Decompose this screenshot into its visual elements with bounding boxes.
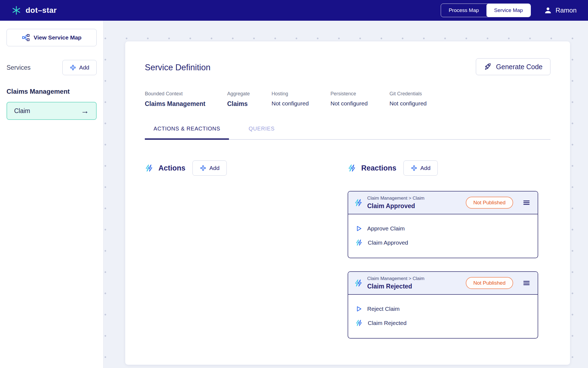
app-body: View Service Map Services Add Claims Man… xyxy=(0,21,588,368)
page-title: Service Definition xyxy=(145,63,210,72)
user-icon xyxy=(544,6,552,14)
actions-title: Actions xyxy=(158,164,185,172)
generate-code-label: Generate Code xyxy=(496,63,543,71)
meta-value: Claims xyxy=(227,100,250,108)
arrow-right-icon: → xyxy=(81,107,89,115)
reaction-event-row[interactable]: Claim Approved xyxy=(355,236,531,250)
add-service-label: Add xyxy=(79,64,89,71)
meta-label: Persistence xyxy=(330,91,368,97)
meta-label: Hosting xyxy=(271,91,309,97)
top-navbar: dot–star Process Map Service Map Ramon xyxy=(0,0,588,21)
reaction-breadcrumb: Claim Management > Claim xyxy=(367,196,461,201)
tab-queries[interactable]: QUERIES xyxy=(240,126,283,140)
navbar-right: Process Map Service Map Ramon xyxy=(441,4,577,17)
sidebar: View Service Map Services Add Claims Man… xyxy=(0,21,103,368)
plus-icon xyxy=(200,165,206,171)
reactions-column: Reactions Add xyxy=(348,160,550,339)
lightning-icon xyxy=(145,164,154,172)
reaction-card-texts: Claim Management > Claim Claim Approved xyxy=(367,196,461,210)
card-menu-button[interactable] xyxy=(521,197,532,208)
reaction-card-header: Claim Management > Claim Claim Rejected … xyxy=(348,272,538,295)
sidebar-item-claim[interactable]: Claim → xyxy=(7,102,97,120)
service-map-button[interactable]: Service Map xyxy=(486,4,531,17)
reaction-event-label: Claim Rejected xyxy=(368,320,406,326)
play-icon xyxy=(355,225,362,232)
lightning-icon xyxy=(355,320,363,326)
rocket-icon xyxy=(484,63,492,71)
brand[interactable]: dot–star xyxy=(11,5,57,15)
meta-value: Not configured xyxy=(330,100,368,107)
brand-name: dot–star xyxy=(26,6,57,15)
user-menu[interactable]: Ramon xyxy=(544,6,577,14)
meta-value: Claims Management xyxy=(145,100,205,108)
lightning-icon xyxy=(355,239,363,246)
status-badge: Not Published xyxy=(466,277,513,289)
lightning-icon xyxy=(348,164,356,172)
reaction-trigger-label: Approve Claim xyxy=(367,225,405,232)
reaction-title: Claim Rejected xyxy=(367,283,461,290)
meta-value: Not configured xyxy=(271,100,309,107)
reaction-card-body: Reject Claim Claim Rejected xyxy=(348,295,538,338)
view-service-map-button[interactable]: View Service Map xyxy=(7,29,97,46)
card-header: Service Definition Generate Code xyxy=(145,58,550,75)
services-header: Services Add xyxy=(7,60,97,75)
reaction-title: Claim Approved xyxy=(367,202,461,210)
hamburger-icon xyxy=(522,279,531,287)
lightning-icon xyxy=(354,279,363,287)
generate-code-button[interactable]: Generate Code xyxy=(476,58,550,75)
view-service-map-label: View Service Map xyxy=(34,34,82,41)
reaction-event-label: Claim Approved xyxy=(368,239,408,246)
add-action-label: Add xyxy=(209,165,219,171)
reaction-card-header: Claim Management > Claim Claim Approved … xyxy=(348,191,538,214)
meta-aggregate: Aggregate Claims xyxy=(227,91,250,108)
map-view-toggle: Process Map Service Map xyxy=(441,4,531,17)
card-menu-button[interactable] xyxy=(521,278,532,288)
reaction-breadcrumb: Claim Management > Claim xyxy=(367,276,461,281)
reaction-trigger-row[interactable]: Approve Claim xyxy=(355,221,531,236)
actions-header: Actions Add xyxy=(145,160,348,176)
reaction-card-claim-approved: Claim Management > Claim Claim Approved … xyxy=(348,191,538,258)
claim-item-label: Claim xyxy=(14,107,30,115)
meta-label: Aggregate xyxy=(227,91,250,97)
meta-persistence: Persistence Not configured xyxy=(330,91,368,108)
reactions-title: Reactions xyxy=(361,164,396,172)
reaction-card-texts: Claim Management > Claim Claim Rejected xyxy=(367,276,461,290)
plus-icon xyxy=(411,165,417,171)
lightning-icon xyxy=(354,199,363,206)
canvas-area: Service Definition Generate Code Bounded… xyxy=(103,21,588,368)
service-map-icon xyxy=(22,34,30,42)
metadata-row: Bounded Context Claims Management Aggreg… xyxy=(145,91,550,108)
plus-icon xyxy=(70,64,76,71)
play-icon xyxy=(355,305,362,312)
reaction-card-claim-rejected: Claim Management > Claim Claim Rejected … xyxy=(348,271,538,339)
reactions-header: Reactions Add xyxy=(348,160,550,176)
meta-label: Git Credentials xyxy=(390,91,427,97)
meta-hosting: Hosting Not configured xyxy=(271,91,309,108)
tab-actions-reactions[interactable]: ACTIONS & REACTIONS xyxy=(145,126,229,140)
service-definition-card: Service Definition Generate Code Bounded… xyxy=(125,41,570,365)
user-name: Ramon xyxy=(556,7,577,14)
reaction-card-body: Approve Claim Claim Approved xyxy=(348,214,538,258)
add-action-button[interactable]: Add xyxy=(192,160,227,176)
add-service-button[interactable]: Add xyxy=(62,60,97,75)
tab-content: Actions Add xyxy=(145,160,550,339)
services-label: Services xyxy=(7,64,30,71)
meta-git-credentials: Git Credentials Not configured xyxy=(390,91,427,108)
meta-bounded-context: Bounded Context Claims Management xyxy=(145,91,205,108)
logo-icon xyxy=(11,5,21,15)
service-group-title: Claims Management xyxy=(7,88,97,95)
add-reaction-button[interactable]: Add xyxy=(403,160,438,176)
reaction-event-row[interactable]: Claim Rejected xyxy=(355,316,531,330)
meta-value: Not configured xyxy=(390,100,427,107)
add-reaction-label: Add xyxy=(420,165,430,171)
tab-bar: ACTIONS & REACTIONS QUERIES xyxy=(145,126,550,140)
meta-label: Bounded Context xyxy=(145,91,205,97)
hamburger-icon xyxy=(522,199,531,207)
actions-column: Actions Add xyxy=(145,160,348,339)
process-map-button[interactable]: Process Map xyxy=(441,4,486,17)
status-badge: Not Published xyxy=(466,197,513,209)
reaction-trigger-label: Reject Claim xyxy=(367,306,400,312)
reaction-trigger-row[interactable]: Reject Claim xyxy=(355,302,531,316)
